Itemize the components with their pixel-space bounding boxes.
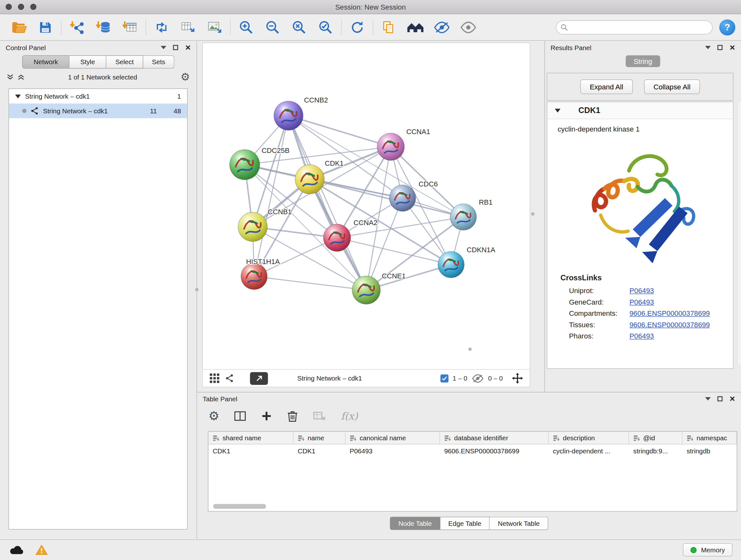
right-splitter-handle[interactable]	[531, 212, 534, 215]
network-node-rb1[interactable]	[450, 204, 477, 230]
panel-menu-icon[interactable]	[705, 397, 711, 400]
network-collection-row[interactable]: String Network – cdk1 1	[9, 89, 187, 104]
gene-expander-icon[interactable]	[555, 109, 561, 112]
home-button[interactable]	[402, 16, 428, 38]
control-panel-tab-select[interactable]: Select	[106, 55, 143, 68]
zoom-in-button[interactable]	[233, 16, 259, 38]
gene-header[interactable]: CDK1	[547, 102, 733, 119]
search-box[interactable]	[556, 20, 713, 34]
column-header-canonical-name[interactable]: canonical name	[346, 432, 440, 444]
column-header--id[interactable]: @id	[629, 432, 682, 444]
network-edge[interactable]	[288, 116, 391, 146]
crosslink-value-link[interactable]: 9606.ENSP00000378699	[630, 309, 710, 317]
table-tab-network-table[interactable]: Network Table	[490, 517, 548, 530]
network-edge[interactable]	[254, 116, 288, 276]
show-all-button[interactable]	[455, 16, 482, 38]
network-edge[interactable]	[310, 179, 463, 217]
table-cell[interactable]: CDK1	[208, 444, 293, 457]
column-header-namespac[interactable]: namespac	[682, 432, 737, 444]
warning-icon[interactable]	[35, 544, 48, 556]
control-panel-tab-sets[interactable]: Sets	[143, 55, 175, 68]
search-input[interactable]	[571, 23, 708, 30]
network-node-cdc6[interactable]	[389, 185, 416, 211]
panel-menu-icon[interactable]	[705, 46, 711, 49]
copy-document-button[interactable]	[376, 16, 402, 38]
table-cell[interactable]: stringdb:9...	[629, 444, 682, 457]
network-node-ccnb2[interactable]	[274, 101, 303, 130]
refresh-layout-button[interactable]	[344, 16, 370, 38]
panel-close-icon[interactable]: ✕	[730, 395, 736, 402]
birdseye-view-button[interactable]	[250, 372, 268, 385]
selected-nodes-checkbox[interactable]	[441, 374, 448, 382]
table-cell[interactable]: cyclin-dependent ...	[549, 444, 629, 457]
table-cell[interactable]: 9606.ENSP00000378699	[440, 444, 549, 457]
network-node-cdk1[interactable]	[295, 165, 325, 194]
control-panel-tab-network[interactable]: Network	[22, 55, 70, 68]
network-edge[interactable]	[288, 116, 366, 290]
network-canvas-svg[interactable]: CCNB2CCNA1CDC25BCDK1CDC6RB1CCNB1CCNA2CDK…	[203, 43, 530, 370]
hidden-eye-slash-icon[interactable]	[472, 374, 484, 383]
import-table-button[interactable]	[117, 16, 143, 38]
close-window-icon[interactable]	[6, 4, 12, 10]
add-column-icon[interactable]	[261, 410, 273, 422]
table-horizontal-scrollbar[interactable]	[213, 504, 266, 509]
grid-view-icon[interactable]	[209, 373, 220, 383]
table-tab-node-table[interactable]: Node Table	[390, 517, 441, 530]
save-session-button[interactable]	[32, 16, 59, 38]
table-row[interactable]: CDK1CDK1P064939606.ENSP00000378699cyclin…	[208, 444, 737, 457]
tab-string[interactable]: String	[626, 55, 660, 67]
table-cell[interactable]: stringdb	[682, 444, 737, 457]
network-node-ccna1[interactable]	[377, 133, 405, 161]
collapse-all-button[interactable]: Collapse All	[644, 79, 700, 94]
minimize-window-icon[interactable]	[18, 4, 24, 10]
export-image-button[interactable]	[201, 16, 228, 38]
table-tab-edge-table[interactable]: Edge Table	[441, 517, 490, 530]
new-table-from-selection-button[interactable]	[175, 16, 201, 38]
import-network-database-button[interactable]	[90, 16, 117, 38]
table-options-gear-icon[interactable]: ⚙	[208, 410, 219, 422]
maximize-window-icon[interactable]	[30, 4, 37, 10]
expand-all-button[interactable]: Expand All	[580, 79, 632, 94]
network-edge[interactable]	[254, 276, 366, 290]
panel-menu-icon[interactable]	[161, 46, 166, 49]
network-node-ccna2[interactable]	[323, 224, 351, 252]
network-node-cdc25b[interactable]	[229, 149, 260, 180]
crosslink-value-link[interactable]: P06493	[630, 332, 654, 340]
horizontal-splitter-handle[interactable]	[468, 348, 472, 351]
panel-close-icon[interactable]: ✕	[185, 44, 191, 51]
import-network-file-button[interactable]	[64, 16, 90, 38]
network-row-selected[interactable]: String Network – cdk1 11 48	[9, 104, 187, 118]
zoom-fit-button[interactable]	[286, 16, 313, 38]
crosslink-value-link[interactable]: P06493	[630, 298, 654, 306]
network-node-cdkn1a[interactable]	[438, 251, 464, 278]
network-options-gear-icon[interactable]: ⚙	[181, 72, 190, 82]
column-header-description[interactable]: description	[549, 432, 629, 444]
results-scrollbar[interactable]	[737, 102, 741, 364]
collapse-all-tree-icon[interactable]	[7, 74, 14, 80]
panel-float-icon[interactable]	[173, 45, 179, 50]
panel-float-icon[interactable]	[718, 45, 723, 50]
collection-expander-icon[interactable]	[15, 94, 21, 98]
table-cell[interactable]: CDK1	[293, 444, 346, 457]
network-node-ccnb1[interactable]	[238, 212, 267, 242]
show-columns-icon[interactable]	[234, 410, 246, 422]
crosslink-value-link[interactable]: 9606.ENSP00000378699	[630, 320, 710, 328]
network-node-ccne1[interactable]	[352, 276, 381, 304]
column-header-database-identifier[interactable]: database identifier	[440, 432, 549, 444]
column-header-name[interactable]: name	[293, 432, 346, 444]
zoom-selected-button[interactable]	[313, 16, 339, 38]
share-view-icon[interactable]	[225, 374, 234, 382]
panel-close-icon[interactable]: ✕	[730, 44, 736, 51]
panel-float-icon[interactable]	[718, 396, 723, 401]
network-node-hist1h1a[interactable]	[241, 263, 267, 290]
memory-button[interactable]: Memory	[683, 543, 732, 557]
help-button[interactable]: ?	[719, 19, 735, 35]
delete-column-trash-icon[interactable]	[287, 410, 298, 422]
open-session-button[interactable]	[6, 16, 32, 38]
column-header-shared-name[interactable]: shared name	[208, 432, 293, 444]
zoom-out-button[interactable]	[259, 16, 286, 38]
control-panel-tab-style[interactable]: Style	[70, 55, 107, 68]
table-cell[interactable]: P06493	[346, 444, 440, 457]
expand-all-tree-icon[interactable]	[17, 74, 24, 80]
crosslink-value-link[interactable]: P06493	[630, 287, 654, 294]
